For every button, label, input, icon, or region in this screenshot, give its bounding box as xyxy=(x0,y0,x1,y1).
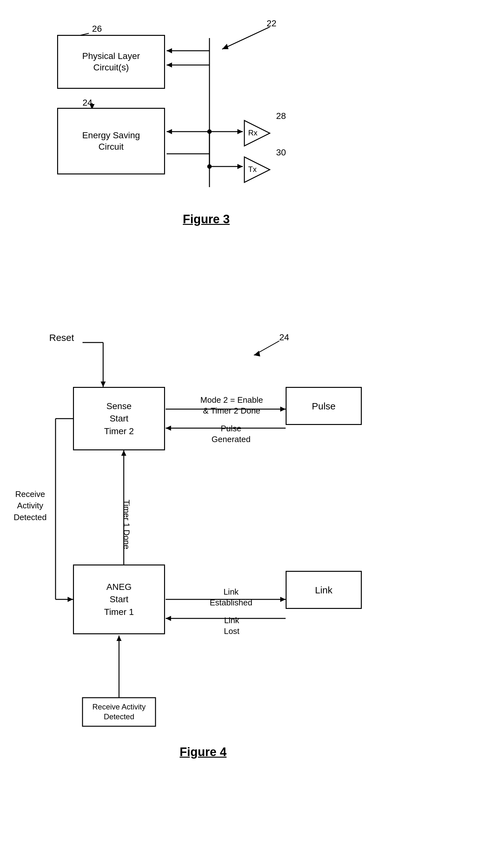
svg-marker-1 xyxy=(222,44,229,49)
phys-layer-box: Physical Layer Circuit(s) xyxy=(57,35,165,89)
svg-marker-30 xyxy=(280,406,285,412)
rx-triangle: Rx xyxy=(241,119,273,149)
receive-activity-bottom-label: Receive Activity Detected xyxy=(85,702,153,722)
sense-label: Sense Start Timer 2 xyxy=(104,400,134,437)
figure3-area: Physical Layer Circuit(s) Energy Saving … xyxy=(0,10,503,314)
svg-line-24 xyxy=(254,341,279,355)
mode2-label: Mode 2 = Enable & Timer 2 Done xyxy=(187,395,276,416)
ref-22-label: 22 xyxy=(266,18,276,29)
svg-marker-40 xyxy=(280,597,285,602)
energy-saving-box: Energy Saving Circuit xyxy=(57,108,165,174)
energy-saving-label: Energy Saving Circuit xyxy=(82,130,140,153)
svg-marker-11 xyxy=(167,129,172,134)
aneg-label: ANEG Start Timer 1 xyxy=(104,581,134,618)
svg-marker-27 xyxy=(101,382,106,387)
pulse-label: Pulse xyxy=(312,400,335,412)
pulse-box: Pulse xyxy=(285,387,362,425)
ref-26-label: 26 xyxy=(92,24,102,34)
svg-marker-9 xyxy=(167,62,172,68)
diagram-container: Physical Layer Circuit(s) Energy Saving … xyxy=(0,0,503,868)
svg-marker-36 xyxy=(68,597,73,602)
svg-text:Rx: Rx xyxy=(248,128,258,137)
svg-marker-38 xyxy=(121,450,126,456)
link-box: Link xyxy=(285,571,362,609)
reset-label: Reset xyxy=(49,332,74,343)
fig4-caption: Figure 4 xyxy=(152,745,254,759)
sense-box: Sense Start Timer 2 xyxy=(73,387,165,450)
svg-text:Tx: Tx xyxy=(248,165,257,174)
ref-24-label: 24 xyxy=(82,98,92,108)
fig3-caption: Figure 3 xyxy=(159,213,254,226)
link-lost-label: Link Lost xyxy=(197,615,266,637)
svg-line-0 xyxy=(222,27,270,49)
figure4-area: 24 Reset Sense Start Timer 2 Pulse Mode … xyxy=(0,323,503,862)
timer1-done-label: Timer 1 Done xyxy=(122,500,131,557)
tx-triangle: Tx xyxy=(241,155,273,185)
receive-activity-left-label: Receive Activity Detected xyxy=(8,488,52,523)
svg-marker-42 xyxy=(166,616,171,621)
fig4-ref-24-label: 24 xyxy=(279,332,289,342)
link-established-label: Link Established xyxy=(190,587,272,608)
svg-marker-7 xyxy=(167,48,172,53)
ref-30-label: 30 xyxy=(276,147,286,158)
svg-marker-32 xyxy=(166,426,171,431)
svg-point-12 xyxy=(207,130,212,134)
link-label: Link xyxy=(315,584,332,596)
svg-marker-25 xyxy=(254,351,260,356)
svg-marker-44 xyxy=(117,636,122,641)
aneg-box: ANEG Start Timer 1 xyxy=(73,565,165,634)
pulse-generated-label: Pulse Generated xyxy=(190,423,272,445)
phys-layer-label: Physical Layer Circuit(s) xyxy=(82,50,140,74)
ref-28-label: 28 xyxy=(276,111,286,121)
svg-point-17 xyxy=(207,164,212,169)
